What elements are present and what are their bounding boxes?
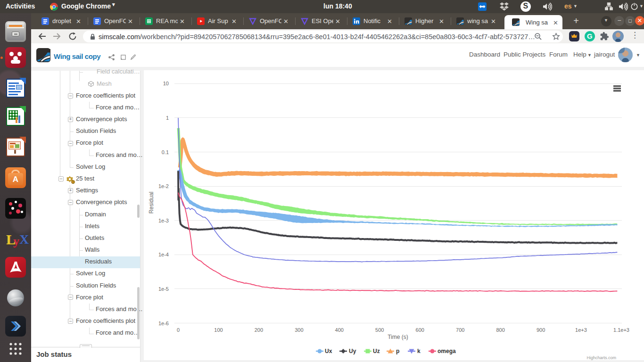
svg-text:1e-5: 1e-5 [158, 286, 169, 292]
svg-text:Ux: Ux [325, 348, 332, 354]
svg-text:p: p [396, 348, 399, 354]
svg-text:500: 500 [375, 327, 384, 333]
svg-text:300: 300 [295, 327, 303, 333]
svg-text:600: 600 [416, 327, 424, 333]
svg-text:0: 0 [177, 327, 180, 333]
svg-text:1.1e+3: 1.1e+3 [613, 327, 629, 333]
svg-text:400: 400 [335, 327, 344, 333]
svg-text:700: 700 [456, 327, 464, 333]
svg-text:1e-6: 1e-6 [158, 321, 169, 326]
svg-text:1: 1 [166, 115, 169, 121]
svg-text:1e-2: 1e-2 [158, 183, 169, 189]
svg-text:Residual: Residual [148, 192, 155, 214]
svg-text:1e+3: 1e+3 [575, 327, 587, 333]
svg-text:Time (s): Time (s) [388, 334, 408, 340]
svg-text:800: 800 [496, 327, 504, 333]
svg-text:0.1: 0.1 [162, 149, 169, 155]
svg-text:Uy: Uy [349, 348, 356, 354]
svg-text:200: 200 [255, 327, 263, 333]
svg-text:Highcharts.com: Highcharts.com [586, 355, 616, 360]
svg-text:1e-4: 1e-4 [158, 252, 169, 257]
svg-text:10: 10 [163, 81, 169, 86]
svg-text:900: 900 [537, 327, 545, 333]
svg-text:Uz: Uz [373, 348, 380, 354]
svg-text:k: k [417, 348, 421, 354]
svg-text:1e-3: 1e-3 [158, 218, 169, 223]
svg-text:100: 100 [214, 327, 223, 333]
svg-text:omega: omega [438, 348, 456, 354]
